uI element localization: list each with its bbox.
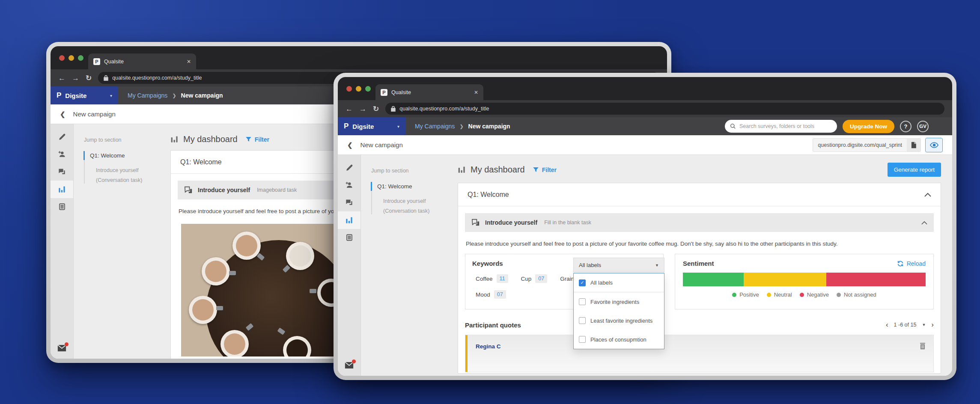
- breadcrumb-my-campaigns[interactable]: My Campaigns: [128, 92, 167, 99]
- sidebar-item-conversations[interactable]: [338, 194, 360, 211]
- share-url-chip[interactable]: questionpro.digsite.com/qual_sprint: [813, 138, 921, 152]
- task-title: Introduce yourself: [485, 219, 537, 226]
- maximize-window-button[interactable]: [365, 86, 371, 92]
- delete-quote-button[interactable]: [920, 343, 926, 350]
- back-chevron-icon[interactable]: ❮: [347, 141, 353, 149]
- nav-section-q1[interactable]: Q1: Welcome: [90, 152, 158, 159]
- notification-dot: [65, 342, 69, 346]
- checkbox-icon[interactable]: ✓: [579, 317, 586, 324]
- upgrade-now-button[interactable]: Upgrade Now: [843, 120, 894, 133]
- dropdown-option-least-favorite-ingredients[interactable]: ✓ Least favorite ingredients: [574, 311, 664, 330]
- section-nav: Jump to section Q1: Welcome Introduce yo…: [74, 124, 158, 359]
- nav-item-introduce-yourself[interactable]: Introduce yourself: [377, 196, 446, 206]
- breadcrumb-current: New campaign: [468, 123, 510, 130]
- collapse-task-button[interactable]: [921, 221, 927, 225]
- nav-item-conversation-task[interactable]: (Conversation task): [377, 206, 446, 216]
- preview-button[interactable]: [925, 138, 943, 152]
- chevron-up-icon: [921, 221, 927, 225]
- pagination-range: 1 -6 of 15: [894, 322, 917, 328]
- sidebar-item-dashboard[interactable]: [338, 211, 360, 229]
- minimize-window-button[interactable]: [69, 55, 74, 61]
- keyword-count: 07: [494, 290, 506, 299]
- sidebar-item-notes[interactable]: [51, 198, 73, 215]
- sidebar-item-dashboard[interactable]: [51, 181, 73, 198]
- minimize-window-button[interactable]: [356, 86, 361, 92]
- dashboard-title: My dashboard: [471, 165, 525, 175]
- keyword-chip-mood[interactable]: Mood 07: [476, 290, 506, 299]
- brand-name: Digsite: [352, 123, 374, 130]
- dropdown-option-places-of-consumption[interactable]: ✓ Places of consupmtion: [574, 330, 664, 349]
- page-title: New campaign: [360, 141, 403, 149]
- pagination-prev-icon[interactable]: ‹: [886, 321, 888, 329]
- brand-menu[interactable]: P Digsite ▾: [51, 86, 118, 104]
- labels-select[interactable]: All labels ▼: [573, 258, 664, 273]
- avatar[interactable]: GV: [917, 121, 929, 132]
- back-icon[interactable]: ←: [58, 74, 66, 82]
- sidebar-item-edit[interactable]: [51, 128, 73, 146]
- generate-report-button[interactable]: Generate report: [888, 163, 941, 177]
- checkbox-icon[interactable]: ✓: [579, 298, 586, 305]
- task-chat-icon: [184, 186, 193, 194]
- sidebar-item-messages[interactable]: [57, 345, 66, 352]
- filter-button[interactable]: Filter: [533, 166, 557, 173]
- sidebar-item-participants[interactable]: [51, 146, 73, 163]
- browser-tab[interactable]: P Qualsite ✕: [375, 84, 483, 100]
- sentiment-segment-negative: [826, 273, 926, 286]
- reload-button[interactable]: Reload: [897, 260, 926, 267]
- close-tab-icon[interactable]: ✕: [187, 59, 191, 65]
- nav-item-introduce-yourself[interactable]: Introduce yourself: [90, 166, 158, 175]
- url-text: qualsite.questionpro.com/a/study_title: [399, 106, 489, 112]
- pagination-next-icon[interactable]: ›: [931, 321, 934, 329]
- search-icon: [730, 123, 736, 129]
- window-controls: [59, 55, 83, 61]
- back-icon[interactable]: ←: [346, 105, 353, 113]
- dropdown-option-all-labels[interactable]: ✓ All labels: [574, 273, 664, 292]
- add-person-icon: [58, 150, 66, 158]
- checkbox-icon[interactable]: ✓: [579, 336, 586, 343]
- breadcrumb: My Campaigns ❯ New campaign: [118, 86, 232, 104]
- funnel-icon: [245, 136, 252, 143]
- reload-icon[interactable]: ↻: [86, 74, 92, 82]
- collapse-section-button[interactable]: [924, 193, 931, 197]
- sidebar-item-edit[interactable]: [338, 159, 360, 176]
- chevron-down-icon: ▾: [110, 93, 112, 98]
- browser-tab[interactable]: P Qualsite ✕: [88, 53, 196, 69]
- checkbox-icon[interactable]: ✓: [579, 279, 586, 286]
- filter-button[interactable]: Filter: [245, 136, 269, 143]
- copy-icon[interactable]: [907, 139, 920, 152]
- sentiment-segment-positive: [683, 273, 744, 286]
- nav-item-conversation-task[interactable]: (Conversation task): [90, 175, 158, 185]
- brand-menu[interactable]: P Digsite ▾: [338, 117, 405, 135]
- sidebar-item-conversations[interactable]: [51, 163, 73, 181]
- eye-icon: [930, 142, 938, 148]
- maximize-window-button[interactable]: [78, 55, 83, 61]
- breadcrumb-my-campaigns[interactable]: My Campaigns: [415, 123, 455, 130]
- task-header[interactable]: Introduce yourself Fill in the blank tas…: [465, 213, 934, 232]
- keyword-chip-coffee[interactable]: Coffee 11: [476, 274, 508, 283]
- digsite-logo: P: [57, 91, 61, 100]
- forward-icon[interactable]: →: [72, 74, 79, 82]
- search-input[interactable]: [739, 123, 832, 129]
- sentiment-legend: Positive Neutral Negative Not assigned: [683, 291, 926, 298]
- close-window-button[interactable]: [59, 55, 65, 61]
- dropdown-option-favorite-ingredients[interactable]: ✓ Favorite ingredients: [574, 292, 664, 311]
- help-button[interactable]: ?: [900, 121, 911, 132]
- sidebar-item-messages[interactable]: [345, 362, 354, 369]
- task-chat-icon: [471, 219, 480, 226]
- keyword-chip-cup[interactable]: Cup 07: [521, 274, 548, 283]
- back-chevron-icon[interactable]: ❮: [60, 110, 66, 118]
- keywords-panel: Keywords Coffee 11 Cup 07: [465, 254, 664, 309]
- quote-card[interactable]: Regina C: [465, 335, 934, 372]
- forward-icon[interactable]: →: [359, 105, 366, 113]
- close-window-button[interactable]: [346, 86, 352, 92]
- sidebar-item-participants[interactable]: [338, 176, 360, 194]
- dashboard-title: My dashboard: [183, 134, 238, 144]
- reload-icon[interactable]: ↻: [373, 105, 379, 113]
- address-bar[interactable]: qualsite.questionpro.com/a/study_title: [385, 103, 944, 115]
- close-tab-icon[interactable]: ✕: [474, 89, 478, 95]
- nav-section-q1[interactable]: Q1: Welcome: [377, 183, 446, 190]
- bar-chart-icon: [58, 185, 66, 193]
- sidebar-item-notes[interactable]: [338, 229, 360, 246]
- pagination-caret-icon[interactable]: ▼: [922, 323, 926, 327]
- task-type: Imageboard task: [257, 187, 297, 193]
